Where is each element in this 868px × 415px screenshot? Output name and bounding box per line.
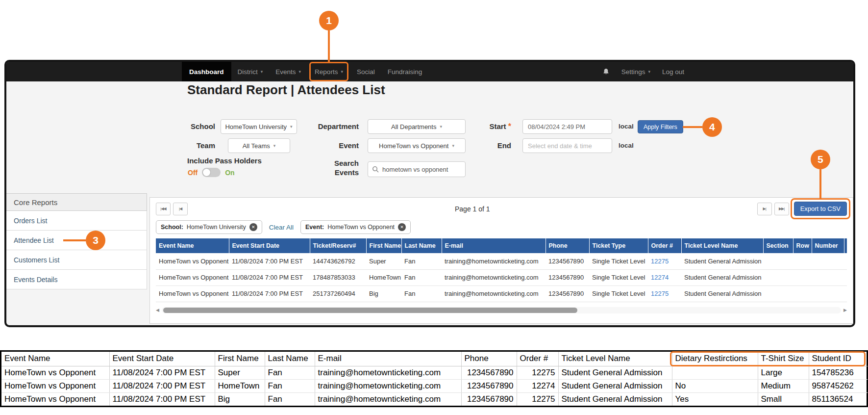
csv-column-header: E-mail — [315, 352, 461, 366]
previous-page-button[interactable]: |◀ — [173, 203, 188, 215]
scroll-left-icon[interactable]: ◀ — [156, 308, 159, 312]
search-icon — [372, 166, 379, 173]
nav-events[interactable]: Events ▾ — [269, 62, 307, 81]
column-header: E-mail — [442, 238, 546, 253]
csv-column-header: T-Shirt Size — [758, 352, 809, 366]
nav-logout[interactable]: Log out — [662, 68, 684, 76]
first-page-button[interactable]: |◀◀ — [156, 203, 171, 215]
clear-all-link[interactable]: Clear All — [269, 224, 294, 231]
column-header: Ticket Level Name — [681, 238, 763, 253]
scroll-right-icon[interactable]: ▶ — [843, 308, 847, 312]
core-reports-sidebar: Core Reports Orders List Attendee List 3… — [6, 193, 147, 289]
column-header: Ticket/Reserv# — [310, 238, 366, 253]
caret-down-icon: ▾ — [290, 124, 293, 129]
csv-row: HomeTown vs Opponent 11/08/2024 7:00 PM … — [1, 366, 868, 379]
sidebar-item-orders-list[interactable]: Orders List — [6, 211, 147, 231]
annotation-line-4 — [683, 126, 702, 128]
column-header: Number — [812, 238, 844, 253]
csv-column-header: Order # — [517, 352, 558, 366]
sidebar-item-events-details[interactable]: Events Details — [6, 270, 147, 289]
sidebar-item-attendee-list[interactable]: Attendee List 3 — [6, 231, 147, 250]
csv-header-row: Event Name Event Start Date First Name L… — [1, 352, 868, 366]
start-local-suffix: local — [619, 119, 634, 134]
csv-preview: Event Name Event Start Date First Name L… — [0, 350, 868, 407]
column-header: Ticket Type — [589, 238, 648, 253]
school-label: School — [171, 119, 215, 134]
csv-table: Event Name Event Start Date First Name L… — [1, 352, 868, 406]
search-events-label: Search Events — [317, 159, 359, 178]
chip-event-filter: Event: HomeTown vs Opponent ✕ — [300, 220, 411, 234]
table-row: HomeTown vs Opponent 11/08/2024 7:00 PM … — [156, 269, 847, 285]
nav-social[interactable]: Social — [350, 62, 381, 81]
start-date-input[interactable] — [522, 119, 612, 134]
attendees-table-viewport: Event Name Event Start Date Ticket/Reser… — [156, 238, 847, 302]
sidebar-item-customers-list[interactable]: Customers List — [6, 250, 147, 270]
column-header: Section — [763, 238, 793, 253]
csv-column-header: Ticket Level Name — [558, 352, 672, 366]
order-link[interactable]: 12275 — [648, 285, 681, 302]
remove-school-filter-icon[interactable]: ✕ — [249, 223, 257, 231]
required-marker: * — [508, 122, 511, 130]
scrollbar-track[interactable] — [162, 307, 841, 313]
csv-row: HomeTown vs Opponent 11/08/2024 7:00 PM … — [1, 392, 868, 406]
search-events-field — [368, 161, 466, 177]
page-title: Standard Report | Attendees List — [187, 82, 385, 98]
caret-down-icon: ▾ — [273, 143, 276, 148]
caret-down-icon: ▾ — [341, 69, 343, 74]
csv-column-header: Last Name — [265, 352, 315, 366]
filter-chips-row: School: HomeTown University ✕ Clear All … — [150, 219, 853, 238]
csv-column-header: Student ID — [809, 352, 868, 366]
order-link[interactable]: 12274 — [648, 269, 681, 285]
team-label: Team — [171, 138, 215, 153]
school-dropdown[interactable]: HomeTown University ▾ — [221, 119, 297, 134]
nav-fundraising[interactable]: Fundraising — [381, 62, 429, 81]
column-header: Order # — [648, 238, 681, 253]
include-pass-holders-label: Include Pass Holders — [187, 156, 262, 165]
pagination-toolbar: |◀◀ |◀ Page 1 of 1 ▶| ▶▶| Export to CSV … — [150, 198, 853, 219]
pass-holders-toggle[interactable] — [202, 168, 221, 177]
bell-icon[interactable] — [602, 68, 610, 76]
nav-reports[interactable]: Reports ▾ 1 — [309, 62, 348, 81]
table-row: HomeTown vs Opponent 11/08/2024 7:00 PM … — [156, 285, 847, 302]
column-header: Event Name — [156, 238, 229, 253]
report-panel: |◀◀ |◀ Page 1 of 1 ▶| ▶▶| Export to CSV … — [149, 197, 853, 324]
csv-column-header: First Name — [215, 352, 265, 366]
caret-down-icon: ▾ — [452, 143, 454, 148]
column-header: Phone — [546, 238, 589, 253]
annotation-badge-4: 4 — [702, 117, 722, 137]
csv-row: HomeTown vs Opponent 11/08/2024 7:00 PM … — [1, 379, 868, 392]
order-link[interactable]: 12275 — [648, 253, 681, 269]
column-header: First Name — [366, 238, 401, 253]
chip-school-filter: School: HomeTown University ✕ — [156, 220, 262, 234]
nav-district[interactable]: District ▾ — [231, 62, 270, 81]
end-date-input[interactable] — [522, 138, 612, 153]
annotation-badge-5: 5 — [811, 150, 830, 169]
column-header: Co — [844, 238, 847, 253]
nav-settings[interactable]: Settings ▾ — [621, 68, 650, 76]
scrollbar-thumb[interactable] — [163, 308, 578, 313]
csv-column-header: Dietary Restirctions — [672, 352, 758, 366]
app-window: Dashboard District ▾ Events ▾ Reports ▾ … — [4, 60, 855, 327]
team-dropdown[interactable]: All Teams ▾ — [228, 138, 290, 153]
caret-down-icon: ▾ — [299, 69, 301, 74]
page-info: Page 1 of 1 — [188, 205, 757, 213]
top-navbar: Dashboard District ▾ Events ▾ Reports ▾ … — [6, 62, 853, 81]
nav-dashboard[interactable]: Dashboard — [182, 62, 231, 81]
next-page-button[interactable]: ▶| — [757, 203, 772, 215]
annotation-line-1 — [328, 30, 330, 63]
csv-column-header: Event Name — [1, 352, 109, 366]
column-header: Last Name — [401, 238, 442, 253]
apply-filters-button[interactable]: Apply Filters 4 — [638, 120, 683, 133]
annotation-line-5 — [819, 169, 821, 198]
department-dropdown[interactable]: All Departments ▾ — [368, 119, 466, 134]
export-to-csv-button[interactable]: Export to CSV — [794, 202, 847, 216]
last-page-button[interactable]: ▶▶| — [774, 203, 789, 215]
event-dropdown[interactable]: HomeTown vs Opponent ▾ — [368, 138, 466, 153]
annotation-line-3 — [63, 239, 86, 241]
event-label: Event — [300, 138, 359, 153]
search-events-input[interactable] — [382, 166, 461, 173]
toggle-on-label: On — [225, 169, 234, 177]
csv-column-header: Event Start Date — [109, 352, 215, 366]
remove-event-filter-icon[interactable]: ✕ — [398, 223, 406, 231]
department-label: Department — [300, 119, 359, 134]
